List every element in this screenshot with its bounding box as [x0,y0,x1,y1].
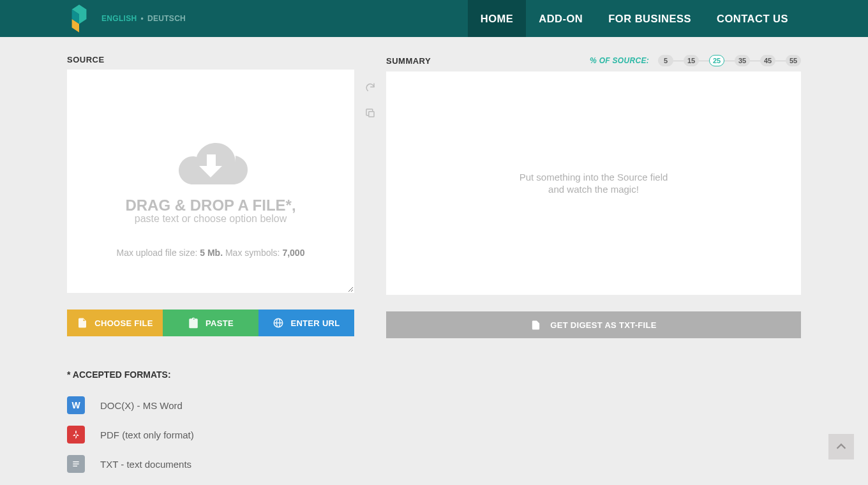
svg-rect-4 [73,463,79,464]
pct-connector [775,61,786,61]
dropzone-title: DRAG & DROP A FILE*, [125,197,296,214]
nav-link-home[interactable]: HOME [468,0,527,37]
pct-option-15[interactable]: 15 [684,55,699,66]
word-icon: W [67,396,85,414]
pct-selector[interactable]: 51525354555 [658,55,801,66]
logo-icon[interactable] [67,3,91,34]
pdf-icon [67,426,85,444]
summary-placeholder: Put something into the Source field and … [520,171,668,196]
format-row-pdf: PDF (text only format) [67,426,354,444]
copy-icon[interactable] [363,106,377,120]
pct-option-55[interactable]: 55 [786,55,801,66]
download-file-icon [530,320,541,331]
choose-file-button[interactable]: CHOOSE FILE [67,310,163,336]
pct-connector [673,61,684,61]
dropzone-subtitle: paste text or choose option below [135,213,287,225]
pct-option-35[interactable]: 35 [735,55,750,66]
chevron-up-icon [834,440,848,454]
pct-of-source-label: % OF SOURCE: [590,56,649,65]
scroll-to-top-button[interactable] [828,434,854,459]
source-dropzone[interactable]: DRAG & DROP A FILE*, paste text or choos… [67,70,354,293]
lang-deutsch[interactable]: DEUTSCH [147,14,186,23]
nav-links: HOMEADD-ONFOR BUSINESSCONTACT US [468,0,801,37]
pct-connector [699,61,709,61]
summary-label: SUMMARY [386,56,431,66]
summary-output: Put something into the Source field and … [386,71,801,295]
get-digest-button[interactable]: GET DIGEST AS TXT-FILE [386,311,801,338]
file-icon [77,317,88,329]
lang-separator: • [140,14,144,23]
nav-link-contact-us[interactable]: CONTACT US [704,0,801,37]
cloud-download-icon [169,138,252,188]
limits-text: Max upload file size: 5 Mb. Max symbols:… [68,248,354,258]
globe-icon [273,317,284,329]
format-label: PDF (text only format) [100,429,194,440]
lang-english[interactable]: ENGLISH [101,14,137,23]
accepted-formats-title: * ACCEPTED FORMATS: [67,369,354,380]
pct-connector [750,61,760,61]
nav-link-add-on[interactable]: ADD-ON [526,0,595,37]
format-label: DOC(X) - MS Word [100,400,183,411]
format-label: TXT - text documents [100,459,191,470]
pct-option-45[interactable]: 45 [760,55,775,66]
enter-url-button[interactable]: ENTER URL [258,310,354,336]
format-row-txt: TXT - text documents [67,455,354,473]
pct-option-25[interactable]: 25 [709,55,724,66]
top-nav: ENGLISH • DEUTSCH HOMEADD-ONFOR BUSINESS… [0,0,868,37]
pct-connector [724,61,735,61]
paste-button[interactable]: PASTE [163,310,258,336]
nav-link-for-business[interactable]: FOR BUSINESS [595,0,704,37]
txt-icon [67,455,85,473]
svg-rect-3 [73,461,79,462]
refresh-icon[interactable] [363,80,377,94]
svg-rect-7 [369,112,374,117]
clipboard-icon [188,317,199,329]
svg-rect-5 [73,466,77,466]
format-row-word: WDOC(X) - MS Word [67,396,354,414]
source-label: SOURCE [67,55,354,64]
pct-option-5[interactable]: 5 [658,55,673,66]
language-switcher[interactable]: ENGLISH • DEUTSCH [101,14,186,23]
